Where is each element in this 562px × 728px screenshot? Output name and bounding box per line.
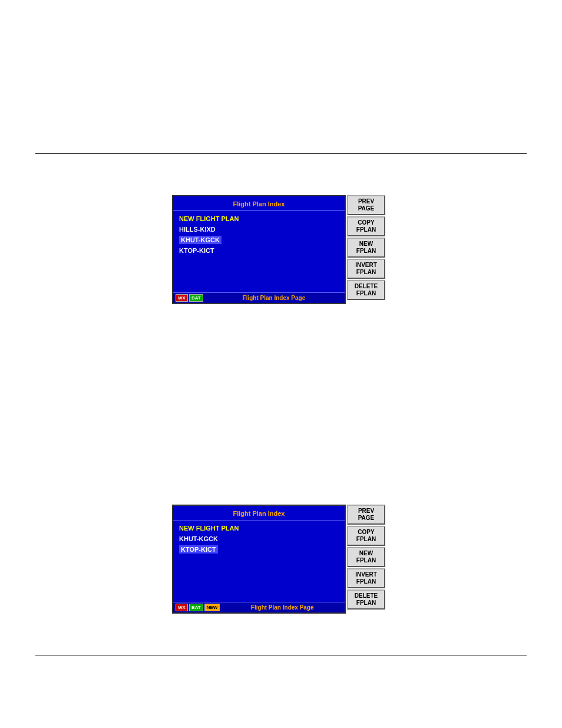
section-1: Flight Plan Index NEW FLIGHT PLAN HILLS-… [35,172,527,328]
fplan-item-khut-inner: KHUT-KGCK [179,236,222,244]
wx-icon-2: WX [176,604,188,611]
fplan-item-new-1[interactable]: NEW FLIGHT PLAN [178,213,340,224]
middle-spacer [35,345,527,463]
fplan-item-new-2[interactable]: NEW FLIGHT PLAN [178,523,340,533]
screen-1-header: Flight Plan Index [173,196,345,211]
screen-1-title: Flight Plan Index [233,200,285,207]
buttons-panel-1: PREVPAGE COPYFPLAN NEWFPLAN INVERTFPLAN … [347,195,385,300]
screen-2-footer-text: Flight Plan Index Page [220,604,345,611]
wx-icon-1: WX [176,294,188,302]
delete-fplan-button-2[interactable]: DELETEFPLAN [347,589,385,610]
screen-1-footer: WX BAT Flight Plan Index Page [173,292,345,303]
bat-icon-2: BAT [189,604,203,611]
screen-2-body: NEW FLIGHT PLAN KHUT-KGCK KTOP-KICT [173,521,345,570]
divider-bottom [35,655,527,655]
screen-2-title: Flight Plan Index [233,510,285,517]
divider-top [35,153,527,154]
screen-1-content: NEW FLIGHT PLAN HILLS-KIXD KHUT-KGCK KTO… [173,211,345,258]
screen-2-header: Flight Plan Index [173,506,345,521]
copy-fplan-button-2[interactable]: COPYFPLAN [347,526,385,546]
delete-fplan-button-1[interactable]: DELETEFPLAN [347,280,385,300]
screen-1-footer-text: Flight Plan Index Page [203,295,345,301]
footer-row-1: WX BAT [173,294,203,302]
screen-2-content: NEW FLIGHT PLAN KHUT-KGCK KTOP-KICT [173,521,345,557]
screen-2-footer: WX BAT NEW Flight Plan Index Page [173,602,345,612]
invert-fplan-button-1[interactable]: INVERTFPLAN [347,259,385,279]
bat-icon-1: BAT [189,294,203,302]
status-icons-2: WX BAT NEW [173,604,220,611]
fplan-item-ktop[interactable]: KTOP-KICT [178,245,340,256]
fplan-item-hills[interactable]: HILLS-KIXD [178,224,340,235]
new-fplan-button-1[interactable]: NEWFPLAN [347,238,385,258]
copy-fplan-button-1[interactable]: COPYFPLAN [347,216,385,236]
page-container: Flight Plan Index NEW FLIGHT PLAN HILLS-… [0,0,562,728]
fplan-item-khut-2[interactable]: KHUT-KGCK [178,533,340,544]
device-1: Flight Plan Index NEW FLIGHT PLAN HILLS-… [172,195,390,304]
device-2: Flight Plan Index NEW FLIGHT PLAN KHUT-K… [172,505,390,614]
invert-fplan-button-2[interactable]: INVERTFPLAN [347,568,385,588]
fplan-item-ktop-2[interactable]: KTOP-KICT [178,544,340,555]
screen-1: Flight Plan Index NEW FLIGHT PLAN HILLS-… [172,195,346,304]
prev-page-button-1[interactable]: PREVPAGE [347,195,385,215]
status-icons-1: WX BAT [173,294,203,302]
screen-2: Flight Plan Index NEW FLIGHT PLAN KHUT-K… [172,505,346,614]
section-2: Flight Plan Index NEW FLIGHT PLAN KHUT-K… [35,481,527,637]
footer-row-2: WX BAT NEW [173,604,220,611]
fplan-item-ktop-2-inner: KTOP-KICT [179,545,218,554]
new-icon-2: NEW [204,604,220,611]
fplan-item-khut[interactable]: KHUT-KGCK [178,235,340,245]
buttons-panel-2: PREVPAGE COPYFPLAN NEWFPLAN INVERTFPLAN … [347,505,385,610]
prev-page-button-2[interactable]: PREVPAGE [347,505,385,525]
top-spacer [35,24,527,141]
screen-1-body: NEW FLIGHT PLAN HILLS-KIXD KHUT-KGCK KTO… [173,211,345,271]
new-fplan-button-2[interactable]: NEWFPLAN [347,547,385,567]
